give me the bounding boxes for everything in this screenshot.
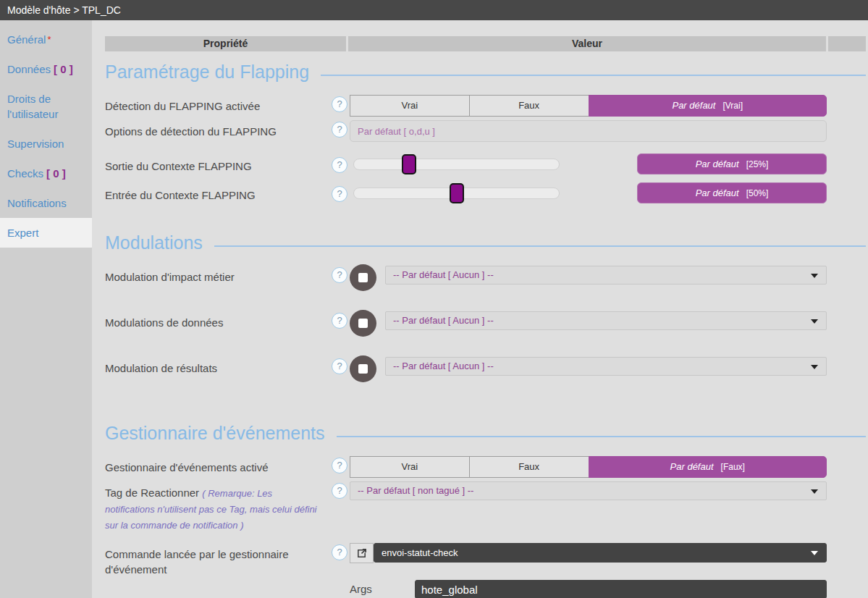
- flapping-entry-slider[interactable]: [353, 188, 560, 199]
- stop-circle-button[interactable]: [350, 355, 376, 382]
- help-icon[interactable]: ?: [332, 358, 347, 374]
- row-label: Modulation d'impact métier: [105, 266, 332, 285]
- sidebar-item-label: Checks: [7, 167, 43, 180]
- modulation-data-select[interactable]: -- Par défaut [ Aucun ] --: [385, 311, 827, 330]
- row-label: Commande lancée par le gestionnaire d'év…: [105, 543, 332, 577]
- chevron-down-icon: [811, 551, 818, 555]
- section-divider: [214, 245, 866, 247]
- help-icon[interactable]: ?: [332, 544, 347, 560]
- help-icon[interactable]: ?: [332, 483, 347, 499]
- column-header-property: Propriété: [105, 36, 346, 51]
- sidebar-item-checks[interactable]: Checks[ 0 ]: [0, 159, 92, 188]
- row-label: Tag de Reactionner ( Remarque: Les notif…: [105, 481, 332, 533]
- stop-icon: [358, 273, 368, 282]
- chevron-down-icon: [811, 489, 818, 494]
- section-title-modulations: Modulations: [105, 232, 866, 253]
- row-events-enabled: Gestionnaire d'événements activé ? Vrai …: [105, 456, 866, 478]
- help-icon[interactable]: ?: [332, 313, 347, 329]
- required-asterisk: *: [47, 34, 51, 45]
- modulation-results-select[interactable]: -- Par défaut [ Aucun ] --: [385, 357, 827, 376]
- main-content: Propriété Valeur Paramétrage du Flapping…: [92, 20, 868, 598]
- sidebar: Général* Données[ 0 ] Droits de l'utilis…: [0, 20, 92, 598]
- sidebar-item-label: Supervision: [7, 138, 64, 150]
- row-label: Sortie du Contexte FLAPPING: [105, 155, 332, 174]
- flapping-options-input[interactable]: [350, 120, 827, 142]
- row-modulation-data: Modulations de données ? -- Par défaut […: [105, 311, 866, 337]
- help-icon[interactable]: ?: [332, 186, 347, 202]
- stop-circle-button[interactable]: [350, 310, 376, 337]
- modulation-impact-select[interactable]: -- Par défaut [ Aucun ] --: [385, 266, 827, 285]
- row-modulation-impact: Modulation d'impact métier ? -- Par défa…: [105, 266, 866, 291]
- row-label: Gestionnaire d'événements activé: [105, 456, 332, 478]
- section-title-events: Gestionnaire d'événements: [105, 423, 866, 444]
- row-events-tag: Tag de Reactionner ( Remarque: Les notif…: [105, 481, 866, 533]
- section-divider: [337, 436, 866, 437]
- toggle-true-button[interactable]: Vrai: [350, 95, 470, 117]
- toggle-false-button[interactable]: Faux: [469, 95, 589, 117]
- table-header: Propriété Valeur: [105, 36, 866, 51]
- args-label: Args: [350, 580, 415, 598]
- count-badge: [ 0 ]: [46, 167, 66, 180]
- row-events-command: Commande lancée par le gestionnaire d'év…: [105, 543, 866, 577]
- row-flapping-entry: Entrée du Contexte FLAPPING ? Par défaut…: [105, 182, 866, 203]
- row-flapping-detection: Détection du FLAPPING activée ? Vrai Fau…: [105, 95, 866, 117]
- row-label: Détection du FLAPPING activée: [105, 95, 332, 117]
- stop-icon: [358, 319, 368, 328]
- external-link-icon: [356, 548, 367, 559]
- slider-thumb[interactable]: [450, 183, 464, 203]
- toggle-default-button[interactable]: Par défaut[Faux]: [589, 456, 827, 478]
- help-icon[interactable]: ?: [332, 157, 347, 173]
- row-flapping-exit: Sortie du Contexte FLAPPING ? Par défaut…: [105, 153, 866, 174]
- flapping-detection-toggle: Vrai Faux Par défaut[Vrai]: [350, 95, 827, 117]
- sidebar-item-notifications[interactable]: Notifications: [0, 188, 92, 218]
- flapping-exit-slider[interactable]: [353, 159, 560, 170]
- row-label: Options de détection du FLAPPING: [105, 120, 332, 142]
- row-modulation-results: Modulation de résultats ? -- Par défaut …: [105, 357, 866, 382]
- row-label: Entrée du Contexte FLAPPING: [105, 184, 332, 203]
- sidebar-item-droits[interactable]: Droits de l'utilisateur: [0, 84, 92, 129]
- sidebar-item-label: Droits de l'utilisateur: [7, 93, 58, 120]
- help-icon[interactable]: ?: [332, 458, 347, 473]
- event-command-select[interactable]: envoi-statut-check: [374, 543, 827, 563]
- help-icon[interactable]: ?: [332, 267, 347, 283]
- sidebar-item-label: Général: [7, 33, 46, 46]
- chevron-down-icon: [811, 365, 818, 369]
- chevron-down-icon: [811, 319, 818, 324]
- args-input[interactable]: [415, 580, 827, 598]
- sidebar-item-supervision[interactable]: Supervision: [0, 129, 92, 159]
- section-title-flapping: Paramétrage du Flapping: [105, 62, 866, 83]
- open-command-button[interactable]: [350, 543, 374, 563]
- toggle-false-button[interactable]: Faux: [469, 456, 589, 478]
- slider-thumb[interactable]: [402, 154, 416, 174]
- host-template-page: Modèle d'hôte > TPL_DC Général* Données[…: [0, 0, 868, 598]
- flapping-entry-default-button[interactable]: Par défaut[50%]: [637, 182, 827, 203]
- sidebar-item-label: Expert: [7, 227, 38, 239]
- breadcrumb-text: Modèle d'hôte > TPL_DC: [7, 4, 121, 16]
- help-icon[interactable]: ?: [332, 122, 347, 138]
- sidebar-item-label: Données: [7, 63, 51, 75]
- column-header-value: Valeur: [348, 36, 826, 51]
- reactionner-tag-select[interactable]: -- Par défaut [ non tagué ] --: [350, 481, 827, 500]
- chevron-down-icon: [811, 274, 818, 278]
- toggle-default-button[interactable]: Par défaut[Vrai]: [589, 95, 827, 117]
- row-label: Modulations de données: [105, 311, 332, 330]
- section-divider: [321, 75, 866, 76]
- stop-icon: [358, 364, 368, 374]
- sidebar-item-expert[interactable]: Expert: [0, 218, 92, 248]
- sidebar-item-general[interactable]: Général*: [0, 25, 92, 54]
- flapping-exit-default-button[interactable]: Par défaut[25%]: [637, 153, 827, 174]
- row-flapping-options: Options de détection du FLAPPING ?: [105, 120, 866, 142]
- help-icon[interactable]: ?: [332, 96, 347, 112]
- row-command-args: Args: [105, 580, 866, 598]
- sidebar-item-donnees[interactable]: Données[ 0 ]: [0, 54, 92, 84]
- toggle-true-button[interactable]: Vrai: [350, 456, 470, 478]
- events-enabled-toggle: Vrai Faux Par défaut[Faux]: [350, 456, 827, 478]
- row-label: Modulation de résultats: [105, 357, 332, 376]
- column-header-extra: [828, 36, 866, 51]
- breadcrumb: Modèle d'hôte > TPL_DC: [0, 0, 868, 20]
- sidebar-item-label: Notifications: [7, 197, 67, 209]
- stop-circle-button[interactable]: [350, 264, 376, 291]
- count-badge: [ 0 ]: [54, 63, 73, 75]
